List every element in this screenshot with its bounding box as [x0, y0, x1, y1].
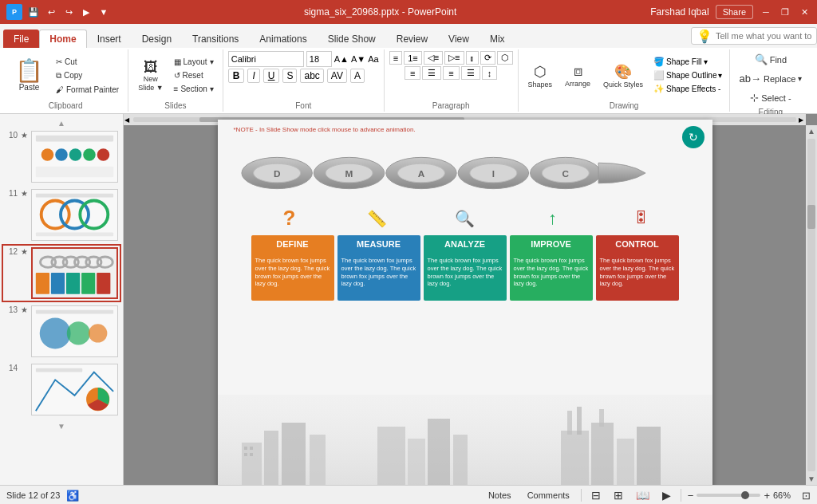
align-left-button[interactable]: ≡ — [405, 66, 420, 80]
define-icon: ? — [254, 206, 326, 230]
redo-button[interactable]: ↪ — [62, 6, 75, 18]
undo-button[interactable]: ↩ — [45, 6, 57, 18]
save-button[interactable]: 💾 — [27, 6, 40, 18]
strikethrough-button[interactable]: S — [282, 69, 297, 83]
zoom-in-button[interactable]: + — [764, 490, 770, 502]
font-size-input[interactable] — [306, 51, 332, 67]
reset-button[interactable]: ↺ Reset — [170, 69, 218, 81]
format-painter-button[interactable]: 🖌 Format Painter — [52, 84, 123, 96]
text-direction-button[interactable]: ⟳ — [480, 51, 495, 65]
tab-slideshow[interactable]: Slide Show — [318, 30, 386, 48]
align-center-button[interactable]: ☰ — [422, 66, 441, 80]
tab-view[interactable]: View — [438, 30, 480, 48]
find-button[interactable]: 🔍 Find — [751, 51, 791, 68]
font-decrease-button[interactable]: A▼ — [351, 54, 365, 64]
convert-to-smartart-button[interactable]: ⬡ — [497, 51, 513, 65]
fit-slide-button[interactable]: ⊡ — [802, 490, 811, 502]
minimize-button[interactable]: ─ — [760, 6, 772, 18]
shape-fill-button[interactable]: 🪣 Shape Fill ▾ — [651, 56, 724, 68]
layout-button[interactable]: ▦ Layout ▾ — [170, 56, 218, 68]
slide-number-13: 13 — [5, 305, 18, 314]
slide-item-12[interactable]: 12 ★ — [3, 246, 120, 301]
copy-button[interactable]: ⧉ Copy — [52, 69, 123, 82]
zoom-out-button[interactable]: − — [688, 490, 694, 502]
tab-home[interactable]: Home — [39, 30, 86, 48]
replace-button[interactable]: ab→ Replace ▾ — [735, 70, 806, 87]
tab-file[interactable]: File — [3, 30, 39, 48]
font-color-button[interactable]: A — [350, 69, 365, 83]
svg-rect-1 — [36, 136, 113, 142]
slide-item-14[interactable]: 14 ★ — [3, 362, 120, 417]
shadow-button[interactable]: abc — [300, 69, 323, 83]
scroll-down-arrow[interactable]: ▼ — [806, 473, 817, 485]
scrollbar-thumb[interactable] — [807, 205, 815, 229]
svg-rect-59 — [408, 439, 425, 485]
svg-point-3 — [55, 148, 68, 161]
bullets-button[interactable]: ≡ — [389, 51, 402, 65]
shapes-button[interactable]: ⬡ Shapes — [523, 60, 558, 92]
comments-button[interactable]: Comments — [523, 489, 574, 502]
tab-insert[interactable]: Insert — [87, 30, 132, 48]
shape-effects-button[interactable]: ✨ Shape Effects - — [651, 83, 724, 95]
scroll-up-arrow[interactable]: ▲ — [806, 125, 817, 137]
slide-panel-scroll-up[interactable]: ▲ — [3, 117, 120, 129]
paste-button[interactable]: 📋 Paste — [8, 56, 50, 96]
customize-button[interactable]: ▼ — [97, 6, 110, 18]
scroll-right-button[interactable]: ▶ — [798, 116, 806, 124]
slides-controls: 🖼 New Slide ▼ ▦ Layout ▾ ↺ Reset ≡ — [133, 51, 218, 100]
slide-panel-scroll-down[interactable]: ▼ — [3, 420, 120, 432]
refresh-button[interactable]: ↻ — [682, 126, 705, 148]
justify-button[interactable]: ☰ — [461, 66, 480, 80]
vertical-scrollbar[interactable]: ▲ ▼ — [806, 125, 817, 485]
svg-rect-57 — [250, 453, 253, 456]
scroll-left-button[interactable]: ◀ — [124, 116, 132, 124]
presentation-mode-button[interactable]: ▶ — [80, 6, 93, 18]
cut-button[interactable]: ✂ Cut — [52, 56, 123, 68]
tab-transitions[interactable]: Transitions — [182, 30, 249, 48]
tab-animations[interactable]: Animations — [249, 30, 317, 48]
slide-item-13[interactable]: 13 ★ — [3, 304, 120, 359]
slideshow-button[interactable]: ▶ — [659, 487, 674, 503]
clear-formatting-button[interactable]: Aa — [368, 54, 378, 64]
svg-rect-58 — [377, 427, 405, 485]
char-spacing-button[interactable]: AV — [327, 69, 347, 83]
tell-me-input[interactable] — [716, 31, 811, 41]
slide-sorter-button[interactable]: ⊞ — [610, 487, 626, 503]
arrange-button[interactable]: ⧈ Arrange — [560, 60, 595, 91]
font-increase-button[interactable]: A▲ — [334, 54, 349, 64]
zoom-slider[interactable] — [697, 494, 760, 497]
normal-view-button[interactable]: ⊟ — [588, 487, 604, 503]
font-name-input[interactable] — [228, 51, 304, 67]
svg-point-4 — [69, 148, 82, 161]
quick-styles-button[interactable]: 🎨 Quick Styles — [598, 60, 648, 92]
close-button[interactable]: ✕ — [798, 6, 811, 18]
increase-indent-button[interactable]: ▷≡ — [444, 51, 464, 65]
select-button[interactable]: ⊹ Select - — [746, 89, 795, 106]
tab-review[interactable]: Review — [386, 30, 438, 48]
section-button[interactable]: ≡ Section ▾ — [170, 83, 218, 95]
ribbon: File Home Insert Design Transitions Anim… — [0, 24, 817, 114]
align-right-button[interactable]: ≡ — [443, 66, 459, 80]
tab-design[interactable]: Design — [132, 30, 182, 48]
shape-outline-button[interactable]: ⬜ Shape Outline ▾ — [651, 69, 724, 81]
bold-button[interactable]: B — [228, 69, 245, 83]
italic-button[interactable]: I — [247, 69, 259, 83]
numbering-button[interactable]: 1≡ — [404, 51, 422, 65]
tab-mix[interactable]: Mix — [480, 30, 515, 48]
line-spacing-button[interactable]: ↕ — [482, 66, 498, 80]
status-left: Slide 12 of 23 ♿ — [6, 490, 79, 502]
restore-button[interactable]: ❐ — [779, 6, 791, 18]
svg-rect-22 — [51, 273, 65, 294]
analyze-body: The quick brown fox jumps over the lazy … — [424, 253, 507, 301]
reading-view-button[interactable]: 📖 — [633, 487, 653, 503]
slide-item-11[interactable]: 11 ★ — [3, 187, 120, 242]
underline-button[interactable]: U — [263, 69, 280, 83]
define-body: The quick brown fox jumps over the lazy … — [251, 253, 334, 301]
new-slide-button[interactable]: 🖼 New Slide ▼ — [133, 57, 168, 95]
columns-button[interactable]: ⫾ — [466, 51, 479, 65]
notes-button[interactable]: Notes — [483, 489, 516, 502]
slide-item-10[interactable]: 10 ★ — [3, 129, 120, 184]
decrease-indent-button[interactable]: ◁≡ — [424, 51, 443, 65]
tell-me-search[interactable]: 💡 — [691, 27, 817, 45]
share-button[interactable]: Share — [716, 5, 753, 19]
